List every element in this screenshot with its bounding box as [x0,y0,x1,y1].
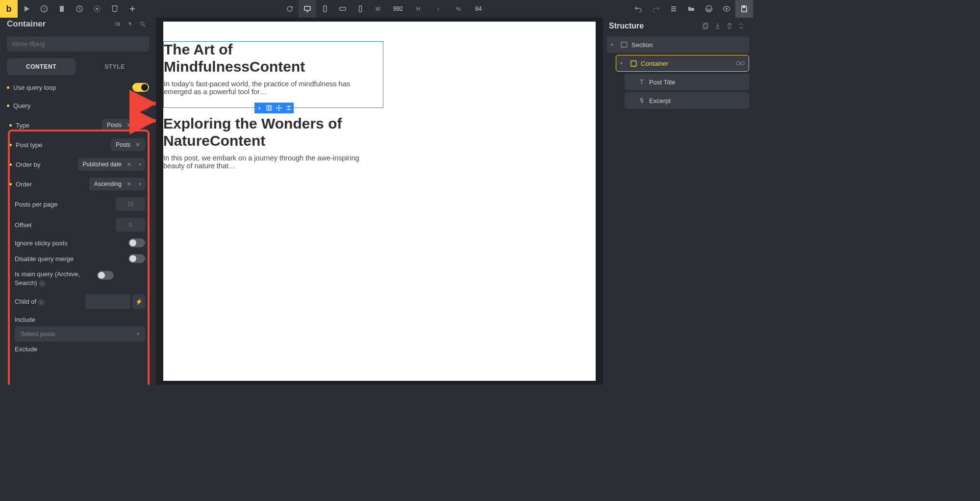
move-icon[interactable] [274,103,284,113]
posts-per-page-label: Posts per page [15,201,112,208]
left-panel: Container CONTENT STYLE Use query loop Q… [0,18,156,385]
chevron-down-icon[interactable]: ▾ [611,42,619,47]
desktop-icon[interactable] [299,0,316,18]
height-value[interactable]: - [427,0,450,18]
expand-icon[interactable] [735,23,747,29]
mobile-icon[interactable] [352,0,369,18]
pages-icon[interactable] [53,0,71,18]
chevron-down-icon: ▾ [139,182,141,186]
clear-icon[interactable]: ✕ [126,181,131,187]
width-value[interactable]: 992 [387,0,409,18]
svg-rect-22 [621,42,627,47]
chevron-down-icon[interactable]: ▾ [620,61,628,66]
use-query-loop-label: Use query loop [13,84,128,91]
redo-icon[interactable] [647,0,665,18]
paragraph-icon [637,98,646,104]
svg-text:?: ? [43,7,45,12]
tree-container[interactable]: ▾ Container [616,55,749,72]
offset-input[interactable] [116,218,145,232]
type-label: Type [16,122,98,129]
add-icon[interactable] [124,0,141,18]
toggle-a-icon[interactable] [111,18,124,30]
dynamic-data-icon[interactable]: ⚡ [132,294,145,309]
post-title[interactable]: The Art of MindfulnessContent [164,41,370,75]
selection-toolbar: ＋ [254,103,294,113]
structure-title: Structure [609,22,644,30]
stretch-icon[interactable] [284,103,294,113]
structure-list-icon[interactable] [665,0,682,18]
css-icon[interactable] [106,0,124,18]
clear-icon[interactable]: ✕ [126,122,131,129]
info-icon[interactable]: i [38,299,45,306]
zoom-value[interactable]: 84 [467,0,490,18]
height-display: H - [409,0,450,18]
folder-icon[interactable] [682,0,700,18]
css-class-input[interactable] [7,36,149,52]
logo[interactable]: b [0,0,18,18]
tree-post-title[interactable]: Post Title [625,74,749,90]
changed-indicator [7,105,9,107]
type-select[interactable]: Posts✕▾ [102,119,145,132]
post-item-0[interactable]: The Art of MindfulnessContent In today's… [163,41,596,96]
order-row: Order Ascending✕▾ [0,174,156,194]
include-select[interactable]: Select posts ▾ [15,326,145,342]
post-item-1[interactable]: Exploring the Wonders of NatureContent I… [163,115,596,170]
import-icon[interactable] [712,23,724,29]
child-of-input[interactable] [85,294,130,309]
tree-label: Post Title [649,79,675,86]
tablet-landscape-icon[interactable] [334,0,352,18]
delete-icon[interactable] [724,23,735,29]
search-icon[interactable] [136,18,149,30]
child-of-row: Child ofi ⚡ [0,291,156,313]
interactions-icon[interactable] [124,18,136,30]
include-placeholder: Select posts [21,330,55,338]
preview-icon[interactable] [718,0,735,18]
disable-merge-toggle[interactable] [128,254,145,263]
posts-per-page-input[interactable] [116,197,145,211]
offset-row: Offset [0,214,156,235]
save-button[interactable] [735,0,753,18]
order-by-select[interactable]: Published date✕▾ [78,158,145,171]
text-icon [637,79,646,85]
order-select[interactable]: Ascending✕▾ [89,178,145,190]
tree-label: Container [641,60,668,67]
tab-style[interactable]: STYLE [80,58,149,75]
child-of-label: Child ofi [15,298,81,306]
post-type-select[interactable]: Posts✕ [111,138,145,151]
add-inside-icon[interactable]: ＋ [254,103,264,113]
settings-icon[interactable] [88,0,106,18]
wordpress-icon[interactable] [700,0,718,18]
info-icon[interactable]: i [39,280,46,287]
svg-rect-7 [340,7,346,10]
post-title[interactable]: Exploring the Wonders of NatureContent [163,115,369,149]
post-excerpt[interactable]: In this post, we embark on a journey thr… [163,154,379,170]
post-excerpt[interactable]: In today's fast-paced world, the practic… [164,80,379,96]
posts-per-page-row: Posts per page [0,194,156,214]
chevron-down-icon: ▾ [139,162,141,167]
clear-icon[interactable]: ✕ [135,141,140,148]
columns-icon[interactable] [264,103,274,113]
clear-icon[interactable]: ✕ [126,161,131,168]
ignore-sticky-toggle[interactable] [128,238,145,247]
svg-rect-23 [631,61,636,66]
tree-excerpt[interactable]: Excerpt [625,92,749,109]
main-query-toggle[interactable] [97,271,114,280]
history-icon[interactable] [71,0,88,18]
exclude-label: Exclude [15,345,145,353]
order-label: Order [16,181,85,188]
play-icon[interactable] [18,0,35,18]
tree-section[interactable]: ▾ Section [607,36,749,53]
svg-rect-5 [304,6,310,10]
include-label: Include [15,316,145,323]
tablet-portrait-icon[interactable] [316,0,334,18]
help-icon[interactable]: ? [35,0,53,18]
copy-icon[interactable] [700,23,712,29]
canvas[interactable]: The Art of MindfulnessContent In today's… [163,22,596,381]
use-query-loop-toggle[interactable] [132,83,149,92]
tab-content[interactable]: CONTENT [7,58,75,75]
query-row: Query [0,96,156,115]
reload-icon[interactable] [281,0,299,18]
query-loop-icon[interactable] [137,100,149,111]
element-name: Container [7,19,111,29]
undo-icon[interactable] [629,0,647,18]
